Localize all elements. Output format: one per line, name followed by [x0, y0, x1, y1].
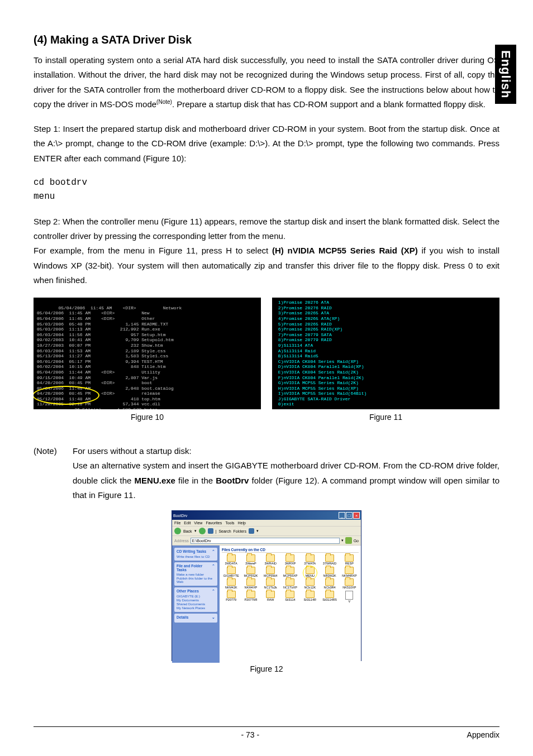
folder-item[interactable]: P20779: [222, 591, 240, 604]
folder-item[interactable]: P20779R: [241, 591, 260, 604]
folder-label: NCb12K: [301, 586, 319, 590]
folder-grid: 3WDATA3WareP3WRAID3WRXP37WATA37WRAIDRESP…: [222, 554, 359, 603]
paragraph-intro: To install operating system onto a seria…: [34, 53, 499, 112]
folder-label: 3WRXP: [281, 562, 299, 566]
dos-screenshot-fig10: 05/04/2006 11:45 AM <DIR> Network 05/04/…: [34, 298, 261, 409]
folder-item[interactable]: 37WRAID: [320, 554, 339, 566]
folder-item[interactable]: MCP552K: [241, 567, 260, 578]
figure-10-caption: Figure 10: [34, 413, 261, 422]
views-icon[interactable]: [249, 528, 254, 534]
folder-icon: [285, 567, 294, 574]
folder-icon: [227, 567, 236, 574]
menu-edit[interactable]: Edit: [184, 521, 191, 525]
folder-label: NKM4XP: [241, 586, 260, 590]
footer-page-number: - 73 -: [34, 730, 467, 739]
folder-item[interactable]: NC1Tb2k: [261, 578, 280, 590]
window-buttons: _ □ ×: [339, 512, 360, 519]
folder-icon: [246, 591, 255, 598]
menu-tools[interactable]: Tools: [225, 521, 234, 525]
folder-item[interactable]: MENU: [301, 567, 319, 578]
op-item3[interactable]: Shared Documents: [177, 602, 215, 606]
go-icon[interactable]: [345, 537, 352, 544]
op-item4[interactable]: My Network Places: [177, 606, 215, 610]
intro-text-b: . Prepare a startup disk that has CD-ROM…: [172, 99, 486, 109]
folder-item[interactable]: Sil3114R5: [320, 591, 339, 604]
op-title: Other Places: [177, 589, 199, 594]
folder-label: RESP: [340, 562, 359, 566]
back-label[interactable]: Back: [183, 529, 192, 533]
folder-label: 3WareP: [241, 562, 260, 566]
folder-item[interactable]: 37WATA: [301, 554, 319, 566]
address-label: Address: [174, 539, 189, 543]
folders-label[interactable]: Folders: [234, 529, 246, 533]
folder-label: 37WATA: [301, 562, 319, 566]
folder-item[interactable]: 3WRAID: [261, 554, 280, 566]
menu-favorites[interactable]: Favorites: [206, 521, 222, 525]
maximize-button[interactable]: □: [346, 512, 353, 519]
folder-item[interactable]: NC1TbXP: [281, 578, 299, 590]
up-icon[interactable]: [208, 528, 213, 534]
folder-item[interactable]: MCP55XP: [281, 567, 299, 578]
folder-item[interactable]: Sil3114: [281, 591, 299, 604]
folder-item[interactable]: MCP5564: [261, 567, 280, 578]
folder-icon: [306, 554, 315, 562]
note-line1: For users without a startup disk:: [73, 446, 192, 456]
note-superscript: (Note): [156, 99, 172, 105]
ff-item2[interactable]: Publish this folder to the Web: [177, 577, 215, 583]
folder-icon: [345, 578, 354, 586]
folder-item[interactable]: NKM4XP: [241, 578, 260, 590]
folder-item[interactable]: V: [340, 591, 359, 604]
folder-item[interactable]: RESP: [340, 554, 359, 566]
menu-view[interactable]: View: [194, 521, 202, 525]
footer-section: Appendix: [467, 730, 499, 739]
folder-icon: [306, 578, 315, 586]
op-item1[interactable]: GIGABYTE (E:): [177, 595, 215, 598]
op-item2[interactable]: My Documents: [177, 599, 215, 602]
forward-icon[interactable]: [199, 528, 206, 534]
minimize-button[interactable]: _: [339, 512, 345, 519]
close-button[interactable]: ×: [353, 512, 360, 519]
section-heading: (4) Making a SATA Driver Disk: [34, 34, 499, 46]
folder-item[interactable]: 3WareP: [241, 554, 260, 566]
folder-icon: [246, 578, 255, 586]
folder-item[interactable]: NKM4RXP: [340, 567, 359, 578]
figure-12-caption: Figure 12: [34, 664, 499, 673]
step2-bold: (H) nVIDIA MCP55 Series Raid (XP): [272, 246, 418, 255]
folder-icon: [285, 578, 294, 586]
page-content: (4) Making a SATA Driver Disk To install…: [34, 34, 499, 673]
step2-text-a: Step 2: When the controller menu (Figure…: [34, 217, 499, 241]
folder-item[interactable]: NCb3R4: [320, 578, 339, 590]
cd-tasks-item[interactable]: Write these files to CD: [177, 555, 215, 558]
back-icon[interactable]: [174, 528, 181, 534]
folder-label: NK510XP: [340, 586, 359, 590]
folder-item[interactable]: 3WRXP: [281, 554, 299, 566]
explorer-titlebar: BootDrv _ □ ×: [172, 511, 361, 520]
search-label[interactable]: Search: [218, 529, 231, 533]
folder-label: Sil3114: [281, 599, 299, 602]
figure-10: 05/04/2006 11:45 AM <DIR> Network 05/04/…: [34, 298, 261, 422]
dos-screenshot-fig11: 1)Promise 20276 ATA 2)Promise 20276 RAID…: [272, 298, 499, 409]
folder-item[interactable]: GIGABYTE: [222, 567, 240, 578]
address-input[interactable]: E:\BootDrv: [191, 538, 340, 544]
folder-icon: [266, 578, 275, 586]
folder-label: NCb3R4: [320, 586, 339, 590]
note-body: For users without a startup disk: Use an…: [73, 444, 499, 503]
folder-item[interactable]: NKM42K: [222, 578, 240, 590]
folder-item[interactable]: NCb12K: [301, 578, 319, 590]
command-block: cd bootdrv menu: [34, 176, 499, 204]
menu-file[interactable]: File: [174, 521, 180, 525]
menu-help[interactable]: Help: [238, 521, 246, 525]
folder-icon: [325, 554, 334, 562]
explorer-addressbar: Address E:\BootDrv ▾ Go: [172, 536, 361, 546]
folder-item[interactable]: RAW: [261, 591, 280, 604]
folder-item[interactable]: NK510XP: [340, 578, 359, 590]
folder-item[interactable]: NRDM2K: [320, 567, 339, 578]
folder-item[interactable]: Sil3114R: [301, 591, 319, 604]
language-tab: English: [495, 45, 516, 104]
folder-label: NKM42K: [222, 586, 240, 590]
go-label[interactable]: Go: [354, 539, 359, 543]
panel-cd-tasks: CD Writing Tasks⌃ Write these files to C…: [174, 548, 217, 561]
folder-item[interactable]: 3WDATA: [222, 554, 240, 566]
ff-item1[interactable]: Make a new folder: [177, 573, 215, 576]
folder-icon: [227, 591, 236, 598]
